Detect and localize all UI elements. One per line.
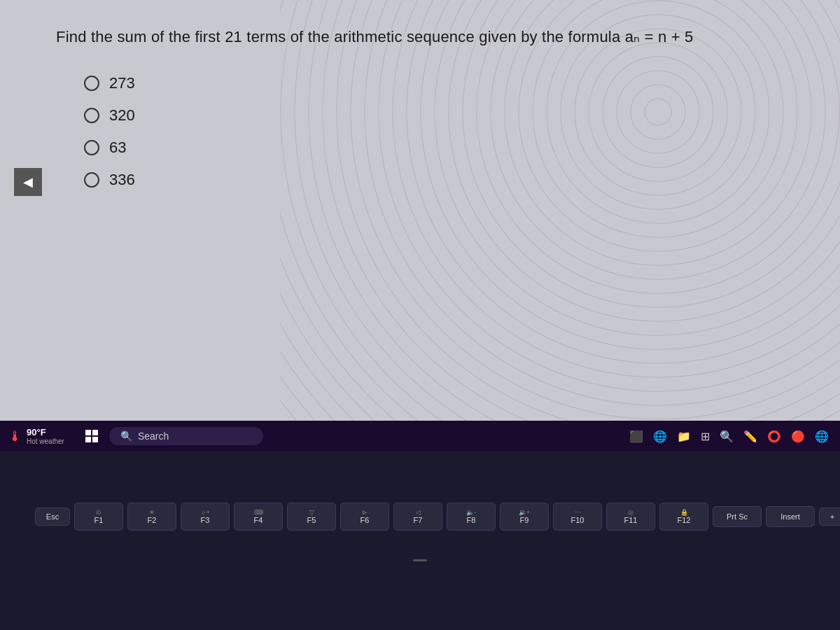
f8-label: F8 [467,516,476,524]
plus-key[interactable]: + [819,507,840,526]
f1-label: F1 [94,516,104,524]
weather-icon: 🌡 [8,428,22,444]
search2-icon[interactable]: 🔍 [720,430,734,443]
f5-label: F5 [307,516,316,524]
f2-label: F2 [148,516,157,524]
radio-d[interactable] [84,172,99,188]
f6-icon: ⊳ [362,509,368,516]
keyboard-indicator [413,559,427,561]
option-a-label: 273 [109,74,135,92]
insert-key[interactable]: Insert [766,506,815,527]
insert-label: Insert [780,512,800,521]
taskbar: 🌡 90°F Hot weather 🔍 Search ⬛ 🌐 📁 ⊞ 🔍 ✏️… [0,421,840,451]
main-screen: Find the sum of the first 21 terms of th… [0,0,840,434]
search-bar[interactable]: 🔍 Search [109,427,263,445]
circle-icon[interactable]: ⭕ [767,430,781,443]
f5-icon: ▽ [309,509,314,516]
radio-b[interactable] [84,108,99,123]
f8-key[interactable]: 🔈- F8 [447,503,496,531]
radio-a[interactable] [84,76,99,91]
f7-label: F7 [414,516,423,524]
option-a[interactable]: 273 [84,74,784,92]
f12-key[interactable]: 🔒 F12 [659,503,708,531]
keyboard-area: Esc ⊙ F1 ☀ F2 ☼+ F3 ⌨ F4 [0,451,840,630]
f2-key[interactable]: ☀ F2 [127,503,176,531]
f3-label: F3 [201,516,210,524]
f6-key[interactable]: ⊳ F6 [340,503,389,531]
f3-icon: ☼+ [200,509,210,516]
fn-key-row: Esc ⊙ F1 ☀ F2 ☼+ F3 ⌨ F4 [14,503,826,531]
f1-key[interactable]: ⊙ F1 [74,503,123,531]
option-d-label: 336 [109,171,135,189]
f7-key[interactable]: ◁ F7 [393,503,442,531]
weather-widget[interactable]: 🌡 90°F Hot weather [0,427,73,445]
f10-label: F10 [571,516,584,524]
prtsc-label: Prt Sc [727,512,748,521]
content-area: Find the sum of the first 21 terms of th… [0,0,840,217]
f1-icon: ⊙ [96,509,102,516]
f8-icon: 🔈- [466,509,476,516]
option-b-label: 320 [109,106,135,125]
f9-label: F9 [520,516,529,524]
f9-key[interactable]: 🔉+ F9 [500,503,549,531]
keyboard-palm-rest [14,538,826,580]
f12-label: F12 [678,516,691,524]
search-label: Search [138,430,169,442]
f10-key[interactable]: ⋯ F10 [553,503,602,531]
f12-icon: 🔒 [680,509,688,516]
option-c-label: 63 [109,139,126,157]
plus-label: + [830,512,834,521]
f7-icon: ◁ [416,509,421,516]
f4-icon: ⌨ [254,509,263,516]
radio-c[interactable] [84,140,99,155]
weather-text: 90°F Hot weather [27,427,64,445]
option-d[interactable]: 336 [84,171,784,189]
f3-key[interactable]: ☼+ F3 [181,503,230,531]
f9-icon: 🔉+ [519,509,530,516]
option-c[interactable]: 63 [84,139,784,157]
f6-label: F6 [360,516,370,524]
f2-icon: ☀ [149,509,155,516]
menu-icon[interactable]: ⊞ [701,430,710,443]
esc-label: Esc [46,512,59,521]
esc-key[interactable]: Esc [35,507,70,526]
weather-temp: 90°F [27,427,64,438]
f11-icon: ◎ [628,509,634,516]
prtsc-key[interactable]: Prt Sc [713,506,762,527]
record-icon[interactable]: 🔴 [791,430,805,443]
weather-desc: Hot weather [27,438,64,445]
windows-icon [85,430,98,442]
f5-key[interactable]: ▽ F5 [287,503,336,531]
question-text: Find the sum of the first 21 terms of th… [56,28,784,46]
f11-key[interactable]: ◎ F11 [606,503,655,531]
option-b[interactable]: 320 [84,106,784,125]
chrome-icon[interactable]: 🌐 [815,430,829,443]
search-icon: 🔍 [120,430,132,442]
file-icon[interactable]: 📁 [677,430,691,443]
back-button[interactable] [14,168,42,196]
start-button[interactable] [80,427,104,445]
taskview-icon[interactable]: ⬛ [629,430,643,443]
f11-label: F11 [624,516,638,524]
edit-icon[interactable]: ✏️ [743,430,757,443]
f10-icon: ⋯ [575,509,581,516]
f4-label: F4 [254,516,263,524]
taskbar-icons: ⬛ 🌐 📁 ⊞ 🔍 ✏️ ⭕ 🔴 🌐 [629,430,840,443]
options-list: 273 320 63 336 [84,74,784,189]
browser-icon[interactable]: 🌐 [653,430,667,443]
f4-key[interactable]: ⌨ F4 [234,503,283,531]
